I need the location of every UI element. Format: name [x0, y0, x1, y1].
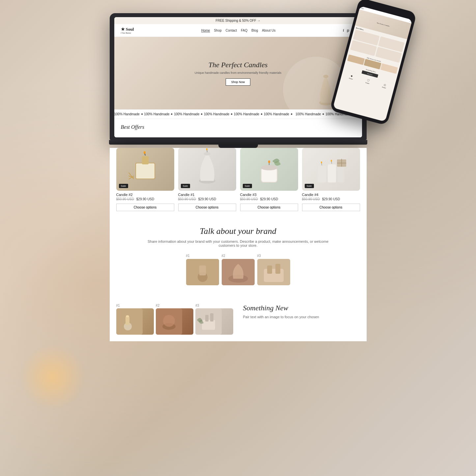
laptop-screen: FREE Shipping & 50% OFF → ★ Soul I Tue B…	[114, 17, 362, 137]
brand-section: Talk about your brand Share information …	[110, 216, 367, 297]
sale-badge-4: Sale	[305, 184, 314, 188]
pinterest-icon[interactable]: 𝕡	[347, 28, 350, 33]
price-original-3: $50.90 USD	[240, 197, 258, 201]
product-image-3: Sale	[240, 148, 298, 191]
brand-img-1	[186, 259, 219, 285]
hero-content: The Perfect Candles Unique handmade cand…	[195, 61, 282, 86]
nav-shop[interactable]: Shop	[214, 29, 221, 32]
nav-faq[interactable]: FAQ	[241, 29, 247, 32]
svg-rect-22	[318, 166, 326, 182]
choose-options-button-1[interactable]: Choose options	[116, 204, 174, 211]
something-new-grid: #1 #2	[116, 304, 233, 335]
sale-badge-1: Sale	[119, 184, 128, 188]
svg-point-45	[126, 315, 129, 317]
choose-options-button-2[interactable]: Choose options	[178, 204, 236, 211]
nav-about[interactable]: About Us	[262, 29, 275, 32]
brand-img-2	[222, 259, 255, 285]
something-new-title: Something New	[243, 304, 360, 312]
candle-2-svg	[126, 150, 165, 189]
phone-nav: ≡	[409, 20, 410, 22]
phone-logo: Soul	[361, 7, 364, 10]
product-card-4: Sale Candle #4 $50.90 USD $29.90 USD Cho…	[302, 148, 360, 211]
brand-description: Share information about your brand with …	[139, 239, 337, 247]
sn-img-2	[156, 308, 193, 335]
brand-number-3: #3	[257, 254, 290, 258]
product-card-2: Sale Candle #1 $50.90 USD $29.90 USD Cho…	[178, 148, 236, 211]
candle-4-svg	[311, 150, 351, 189]
brand-title: Talk about your brand	[116, 226, 360, 236]
brand-svg-2	[222, 259, 255, 285]
sn-img-3	[195, 308, 233, 335]
choose-options-button-4[interactable]: Choose options	[302, 204, 360, 211]
sn-svg-2	[156, 308, 182, 335]
product-price-4: $50.90 USD $29.90 USD	[302, 197, 360, 201]
svg-point-21	[268, 160, 270, 163]
something-new-text: Something New Pair text with an image to…	[243, 304, 360, 319]
product-card-1: Sale Candle #2 $50.90 USD $29.90 USD Cho…	[116, 148, 174, 211]
sn-label-3: #3	[195, 304, 233, 307]
product-image-2: Sale	[178, 148, 236, 191]
main-nav: Home Shop Contact FAQ Blog About Us	[201, 29, 276, 32]
brand-svg-3	[257, 259, 290, 285]
nav-contact[interactable]: Contact	[226, 29, 237, 32]
sn-image-item-3: #3	[195, 304, 233, 335]
announcement-bar: FREE Shipping & 50% OFF →	[114, 17, 362, 24]
shop-now-button[interactable]: Shop Now	[226, 78, 251, 86]
brand-image-item-2: #2	[222, 254, 255, 285]
phone-feature-3: ☆ Feature	[382, 83, 387, 89]
marquee-bar: 100% Handmade ✦ 100% Handmade ✦ 100% Han…	[114, 109, 362, 119]
sn-label-2: #2	[156, 304, 193, 307]
product-name-4: Candle #4	[302, 193, 360, 197]
svg-point-13	[204, 152, 210, 155]
laptop-base	[109, 140, 367, 145]
price-original-4: $50.90 USD	[302, 197, 320, 201]
marquee-text: 100% Handmade ✦ 100% Handmade ✦ 100% Han…	[114, 112, 362, 116]
svg-rect-41	[275, 264, 280, 274]
svg-point-28	[331, 160, 332, 162]
product-image-4: Sale	[302, 148, 360, 191]
svg-point-26	[321, 161, 322, 163]
choose-options-button-3[interactable]: Choose options	[240, 204, 298, 211]
extended-content: Sale Candle #2 $50.90 USD $29.90 USD Cho…	[110, 148, 367, 341]
best-offers-title: Best Offers	[121, 124, 355, 130]
brand-image-item-1: #1	[186, 254, 219, 285]
something-new-images: #1 #2	[116, 304, 233, 335]
svg-rect-24	[338, 168, 344, 182]
sn-label-1: #1	[116, 304, 154, 307]
product-name-2: Candle #1	[178, 193, 236, 197]
sn-img-1	[116, 308, 154, 335]
brand-number-1: #1	[186, 254, 219, 258]
product-price-2: $50.90 USD $29.90 USD	[178, 197, 236, 201]
brand-images-grid: #1 #2	[116, 254, 360, 285]
hero-subtitle: Unique handmade candles from environment…	[195, 71, 282, 74]
svg-rect-52	[210, 313, 213, 322]
product-name-3: Candle #3	[240, 193, 298, 197]
sale-badge-3: Sale	[243, 184, 252, 188]
page-wrapper: Soul ≡ The Perfect Candles Best Offers	[0, 0, 476, 354]
svg-point-19	[261, 165, 277, 170]
logo-star: ★	[121, 27, 125, 32]
nav-home[interactable]: Home	[201, 29, 210, 32]
products-grid: Sale Candle #2 $50.90 USD $29.90 USD Cho…	[110, 148, 367, 216]
svg-point-48	[163, 315, 175, 327]
laptop-wrapper: Soul ≡ The Perfect Candles Best Offers	[110, 13, 367, 148]
svg-point-15	[206, 148, 208, 150]
price-sale-2: $29.90 USD	[198, 197, 216, 201]
something-new-description: Pair text with an image to focus on your…	[243, 315, 360, 319]
svg-rect-44	[126, 317, 129, 325]
site-header: ★ Soul I Tue Bunny Home Shop Contact FAQ…	[114, 24, 362, 37]
candle-3-svg	[249, 150, 289, 189]
brand-svg-1	[186, 259, 219, 285]
laptop-stand	[218, 145, 258, 148]
svg-rect-6	[142, 156, 149, 164]
svg-point-1	[323, 75, 328, 78]
price-original-1: $50.90 USD	[116, 197, 134, 201]
svg-rect-39	[264, 269, 284, 282]
logo-subtitle: I Tue Bunny	[121, 32, 134, 34]
facebook-icon[interactable]: f	[343, 28, 344, 33]
sn-svg-1	[116, 308, 143, 335]
price-sale-4: $29.90 USD	[322, 197, 340, 201]
nav-blog[interactable]: Blog	[251, 29, 258, 32]
svg-rect-18	[262, 168, 277, 182]
sn-image-item-2: #2	[156, 304, 193, 335]
